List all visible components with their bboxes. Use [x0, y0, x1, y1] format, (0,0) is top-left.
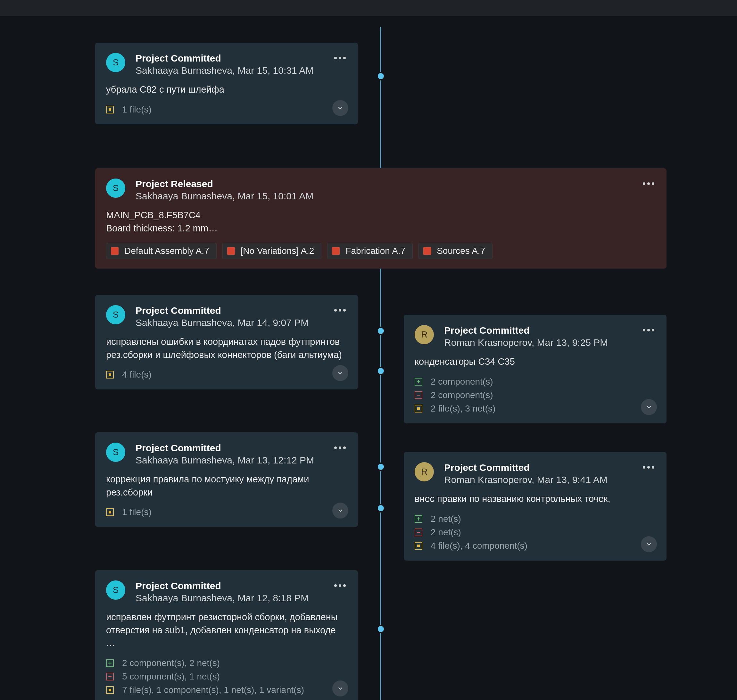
stat-text: 2 net(s) — [431, 514, 461, 524]
timeline-dot — [378, 464, 384, 470]
stats-block: 2 component(s), 2 net(s) 5 component(s),… — [106, 658, 347, 695]
stat-text: 2 component(s) — [431, 390, 493, 400]
stat-text: 1 file(s) — [122, 104, 151, 115]
commit-card[interactable]: R Project Committed Roman Krasnoperov, M… — [404, 452, 667, 560]
more-icon[interactable] — [331, 51, 349, 65]
expand-button[interactable] — [641, 536, 657, 552]
avatar: S — [106, 443, 125, 462]
stat-text: 2 net(s) — [431, 527, 461, 537]
tag-label: Fabrication A.7 — [345, 246, 405, 256]
commit-message: внес правки по названию контрольных точе… — [415, 492, 656, 506]
more-icon[interactable] — [331, 579, 349, 592]
avatar: R — [415, 325, 434, 344]
modified-icon — [415, 542, 422, 550]
card-title: Project Committed — [444, 325, 656, 336]
card-byline: Roman Krasnoperov, Mar 13, 9:41 AM — [444, 474, 656, 485]
card-title: Project Committed — [444, 462, 656, 473]
stats-block: 1 file(s) — [106, 507, 347, 517]
stat-text: 2 file(s), 3 net(s) — [431, 403, 495, 414]
modified-icon — [106, 106, 114, 113]
commit-message: конденсаторы C34 C35 — [415, 355, 656, 368]
stat-text: 1 file(s) — [122, 507, 151, 517]
expand-button[interactable] — [641, 399, 657, 415]
stat-text: 7 file(s), 1 component(s), 1 net(s), 1 v… — [122, 685, 304, 695]
added-icon — [106, 659, 114, 667]
card-title: Project Committed — [135, 443, 347, 453]
card-byline: Sakhaaya Burnasheva, Mar 13, 12:12 PM — [135, 455, 347, 466]
timeline: S Project Committed Sakhaaya Burnasheva,… — [0, 27, 737, 700]
card-byline: Sakhaaya Burnasheva, Mar 12, 8:18 PM — [135, 593, 347, 603]
stats-block: 4 file(s) — [106, 369, 347, 380]
timeline-dot — [378, 328, 384, 334]
stat-text: 2 component(s) — [431, 376, 493, 387]
expand-button[interactable] — [332, 100, 348, 116]
avatar: S — [106, 305, 125, 324]
tag-label: [No Variations] A.2 — [241, 246, 314, 256]
stat-text: 5 component(s), 1 net(s) — [122, 672, 220, 682]
release-tag[interactable]: [No Variations] A.2 — [222, 243, 322, 259]
commit-card[interactable]: S Project Committed Sakhaaya Burnasheva,… — [95, 570, 358, 700]
more-icon[interactable] — [331, 304, 349, 317]
tag-label: Sources A.7 — [437, 246, 485, 256]
commit-message: исправлен футпринт резисторной сборки, д… — [106, 610, 347, 650]
release-message: MAIN_PCB_8.F5B7C4 Board thickness: 1.2 m… — [106, 209, 656, 235]
release-card[interactable]: S Project Released Sakhaaya Burnasheva, … — [95, 168, 667, 269]
stats-block: 2 component(s) 2 component(s) 2 file(s),… — [415, 376, 656, 414]
removed-icon — [106, 673, 114, 681]
modified-icon — [106, 371, 114, 378]
commit-message: исправлены ошибки в координатах падов фу… — [106, 335, 347, 361]
stat-text: 4 file(s) — [122, 369, 151, 380]
stat-text: 2 component(s), 2 net(s) — [122, 658, 220, 668]
card-title: Project Released — [135, 178, 656, 190]
card-byline: Sakhaaya Burnasheva, Mar 15, 10:31 AM — [135, 65, 347, 76]
timeline-dot — [378, 73, 384, 79]
card-title: Project Committed — [135, 53, 347, 64]
release-tag[interactable]: Default Assembly A.7 — [106, 243, 217, 259]
added-icon — [415, 515, 422, 523]
avatar: R — [415, 462, 434, 481]
more-icon[interactable] — [640, 461, 658, 474]
timeline-axis — [380, 27, 381, 700]
commit-message: коррекция правила по мостуику между пада… — [106, 473, 347, 499]
release-tags: Default Assembly A.7 [No Variations] A.2… — [106, 243, 656, 259]
modified-icon — [415, 405, 422, 413]
more-icon[interactable] — [331, 441, 349, 454]
commit-card[interactable]: R Project Committed Roman Krasnoperov, M… — [404, 315, 667, 424]
card-title: Project Committed — [135, 305, 347, 316]
more-icon[interactable] — [640, 324, 658, 337]
expand-button[interactable] — [332, 681, 348, 697]
timeline-dot — [378, 368, 384, 374]
removed-icon — [415, 528, 422, 536]
stats-block: 2 net(s) 2 net(s) 4 file(s), 4 component… — [415, 514, 656, 551]
commit-card[interactable]: S Project Committed Sakhaaya Burnasheva,… — [95, 43, 358, 124]
commit-card[interactable]: S Project Committed Sakhaaya Burnasheva,… — [95, 295, 358, 390]
card-byline: Sakhaaya Burnasheva, Mar 15, 10:01 AM — [135, 191, 656, 201]
avatar: S — [106, 581, 125, 600]
expand-button[interactable] — [332, 365, 348, 381]
timeline-dot — [378, 505, 384, 511]
release-tag[interactable]: Sources A.7 — [418, 243, 492, 259]
timeline-dot — [378, 626, 384, 632]
top-bar — [0, 0, 737, 16]
stat-text: 4 file(s), 4 component(s) — [431, 541, 527, 551]
commit-message: убрала C82 с пути шлейфа — [106, 83, 347, 96]
release-tag[interactable]: Fabrication A.7 — [327, 243, 413, 259]
added-icon — [415, 378, 422, 385]
tag-label: Default Assembly A.7 — [124, 246, 209, 256]
more-icon[interactable] — [640, 177, 658, 190]
expand-button[interactable] — [332, 503, 348, 519]
commit-card[interactable]: S Project Committed Sakhaaya Burnasheva,… — [95, 432, 358, 527]
removed-icon — [415, 391, 422, 399]
avatar: S — [106, 53, 125, 72]
card-byline: Roman Krasnoperov, Mar 13, 9:25 PM — [444, 337, 656, 348]
modified-icon — [106, 686, 114, 694]
modified-icon — [106, 508, 114, 516]
stats-block: 1 file(s) — [106, 104, 347, 115]
card-byline: Sakhaaya Burnasheva, Mar 14, 9:07 PM — [135, 317, 347, 328]
card-title: Project Committed — [135, 581, 347, 591]
avatar: S — [106, 178, 125, 198]
